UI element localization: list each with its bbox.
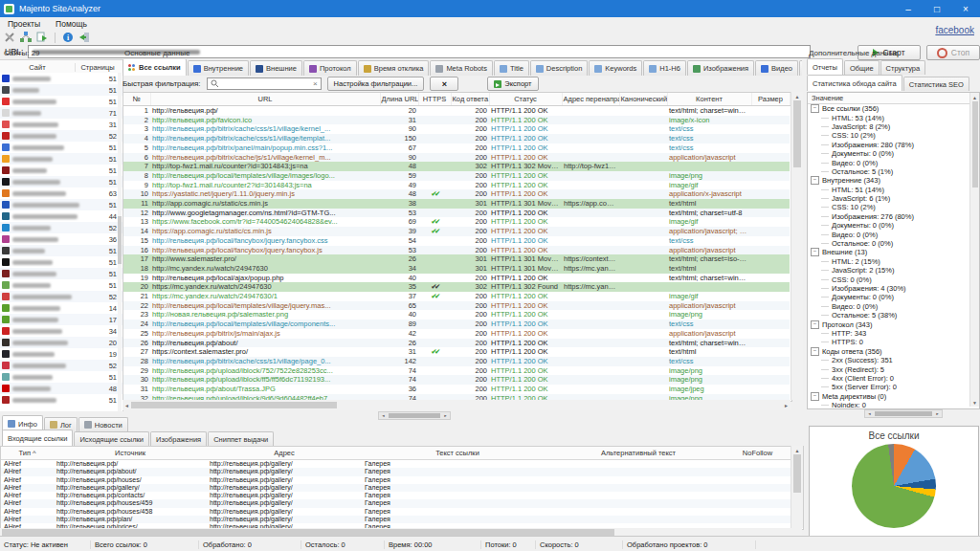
tree-node[interactable]: Остальное: 5 (38%) — [808, 311, 979, 320]
column-header[interactable]: Статус — [489, 93, 562, 106]
column-header[interactable]: Код ответа — [451, 93, 489, 106]
site-row[interactable]: 51 — [0, 84, 122, 96]
links-table-row[interactable]: 23http://новая.гельвеция.рф/salemaster.p… — [123, 310, 790, 320]
tree-node[interactable]: HTML: 53 (14%) — [808, 113, 979, 121]
links-table-row[interactable]: 14https://app.comagic.ru/static/cs.min.j… — [123, 227, 790, 236]
tree-node[interactable]: −Протокол (343) — [808, 320, 979, 328]
sites-col-pages[interactable]: Страницы — [75, 63, 120, 72]
column-header[interactable]: Тип ^ — [1, 447, 54, 460]
tree-node[interactable]: −Внешние (13) — [808, 248, 979, 256]
tree-node[interactable]: Noindex: 0 — [808, 401, 979, 409]
tab-Общие[interactable]: Общие — [844, 60, 880, 75]
tree-node[interactable]: Изображения: 276 (80%) — [808, 212, 979, 221]
close-button[interactable]: × — [951, 0, 980, 17]
site-row[interactable]: 20 — [0, 337, 122, 348]
tab-Отчеты[interactable]: Отчеты — [807, 58, 843, 75]
links-table-row[interactable]: 24http://гельвеция.рф/local/templates/vi… — [123, 320, 790, 329]
inbound-link-row[interactable]: AHrefhttp://гельвеция.рф/about/http://ге… — [1, 468, 791, 475]
links-table-row[interactable]: 15http://гельвеция.рф/local/fancybox/jqu… — [123, 236, 790, 246]
tree-node[interactable]: HTTPS: 0 — [808, 338, 979, 346]
site-row[interactable]: 14 — [0, 302, 122, 314]
links-table-row[interactable]: 7http://top-fwz1.mail.ru/counter?id=3014… — [123, 162, 790, 171]
inbound-vscrollbar[interactable]: ▲ — [791, 446, 803, 528]
site-row[interactable]: 51 — [0, 142, 122, 153]
tab-Title[interactable]: Title — [494, 60, 529, 76]
site-row[interactable]: 44 — [0, 210, 122, 222]
tree-node[interactable]: JavaScript: 2 (15%) — [808, 266, 979, 275]
tree-node[interactable]: Документы: 0 (0%) — [808, 149, 979, 158]
links-table-row[interactable]: 16http://гельвеция.рф/local/fancybox/jqu… — [123, 246, 790, 255]
site-row[interactable]: 51 — [0, 73, 122, 84]
site-row[interactable]: 51 — [0, 394, 122, 406]
site-row[interactable]: 51 — [0, 199, 122, 210]
site-row[interactable]: 34 — [0, 325, 122, 337]
inbound-link-row[interactable]: AHrefhttp://гельвеция.рф/houses/459http:… — [1, 499, 791, 507]
links-table-row[interactable]: 26http://гельвеция.рф/about/26200HTTP/1.… — [123, 339, 790, 348]
tree-node[interactable]: Остальное: 0 (0%) — [808, 239, 979, 248]
column-header[interactable]: HTTPS — [418, 93, 451, 106]
tree-node[interactable]: −Все ссылки (356) — [808, 104, 979, 113]
inbound-link-row[interactable]: AHrefhttp://гельвеция.рф/gallery/http://… — [1, 484, 791, 492]
filter-settings-button[interactable]: Настройка фильтрации... — [327, 77, 425, 91]
column-header[interactable]: NoFollow — [724, 447, 791, 460]
links-table-row[interactable]: 27https://context.salemaster.pro/31✔✔200… — [123, 347, 790, 357]
minimize-button[interactable]: – — [894, 0, 923, 17]
column-header[interactable]: URL — [150, 93, 380, 106]
site-row[interactable]: 52 — [0, 360, 122, 371]
links-table-row[interactable]: 19http://гельвеция.рф/local/ajax/popup.p… — [123, 274, 790, 283]
sites-scrollbar[interactable] — [118, 73, 122, 411]
links-table-row[interactable]: 13https://www.facebook.com/tr?id=7440054… — [123, 217, 790, 227]
column-header[interactable]: Контент — [667, 93, 751, 106]
tree-node[interactable]: Видео: 0 (0%) — [808, 302, 979, 311]
links-table-row[interactable]: 5http://гельвеция.рф/bitrix/panel/main/p… — [123, 143, 790, 153]
tree-node[interactable]: −Meta директивы (0) — [808, 392, 979, 401]
tab-Статистика обхода сайта[interactable]: Статистика обхода сайта — [807, 75, 902, 91]
tab-H1-H6[interactable]: H1-H6 — [643, 60, 686, 76]
column-header[interactable]: Размер — [751, 93, 790, 106]
links-vscrollbar[interactable]: ▲ — [791, 92, 803, 400]
tree-node[interactable]: HTTP: 343 — [808, 329, 979, 338]
links-table-row[interactable]: 12http://www.googletagmanager.com/ns.htm… — [123, 209, 790, 218]
links-table-row[interactable]: 6http://гельвеция.рф/bitrix/cache/js/s1/… — [123, 153, 790, 163]
tab-Meta Robots[interactable]: Meta Robots — [430, 60, 493, 76]
column-header[interactable]: Длина URL — [380, 93, 418, 106]
column-header[interactable]: Адрес — [207, 447, 362, 460]
links-table-row[interactable]: 20https://mc.yandex.ru/watch/2494763035✔… — [123, 282, 790, 292]
collapse-icon[interactable]: − — [811, 392, 819, 401]
sites-col-site[interactable]: Сайт — [0, 63, 75, 72]
column-header[interactable]: Канонический URL — [619, 93, 667, 106]
links-table-row[interactable]: 21https://mc.yandex.ru/watch/24947630/13… — [123, 292, 790, 301]
links-hscrollbar[interactable]: ◄► — [122, 400, 791, 410]
tab-Входящие ссылки[interactable]: Входящие ссылки — [2, 430, 73, 446]
tab-Исходящие ссылки[interactable]: Исходящие ссылки — [74, 431, 149, 446]
tab-Структура[interactable]: Структура — [880, 60, 926, 75]
links-table-row[interactable]: 31http://гельвеция.рф/about/Trassa.JPG36… — [123, 385, 790, 394]
inbound-link-row[interactable]: AHrefhttp://гельвеция.рф/contacts/http:/… — [1, 492, 791, 499]
tree-node[interactable]: JavaScript: 8 (2%) — [808, 122, 979, 131]
tree-node[interactable]: −Коды ответа (356) — [808, 347, 979, 356]
tab-Изображения[interactable]: Изображения — [150, 431, 207, 446]
collapse-icon[interactable]: − — [811, 320, 819, 329]
tree-vscrollbar[interactable]: ▲▼ — [969, 93, 979, 407]
tree-node[interactable]: −Внутренние (343) — [808, 176, 979, 185]
links-table-row[interactable]: 2http://гельвеция.рф/favicon.ico31200HTT… — [123, 116, 790, 125]
column-header[interactable]: Текст ссылки — [362, 447, 553, 460]
maximize-button[interactable]: □ — [923, 0, 951, 17]
tab-Видео[interactable]: Видео — [755, 60, 798, 76]
tab-Description[interactable]: Description — [530, 60, 589, 76]
tree-node[interactable]: HTML: 51 (14%) — [808, 186, 979, 194]
site-row[interactable]: 51 — [0, 268, 122, 279]
tree-node[interactable]: Документы: 0 (0%) — [808, 221, 979, 230]
inbound-link-row[interactable]: AHrefhttp://гельвеция.рф/http://гельвеци… — [1, 460, 791, 469]
links-table-row[interactable]: 29http://гельвеция.рф/upload/iblock/752/… — [123, 366, 790, 376]
tree-node[interactable]: Остальное: 5 (1%) — [808, 167, 979, 176]
tree-node[interactable]: Изображения: 4 (30%) — [808, 284, 979, 293]
links-table-row[interactable]: 11http://app.comagic.ru/static/cs.min.js… — [123, 199, 790, 209]
tab-Внутренние[interactable]: Внутренние — [188, 60, 249, 76]
links-table-row[interactable]: 9http://top-fwz1.mail.ru/counter2?id=301… — [123, 181, 790, 190]
export-icon[interactable] — [36, 32, 48, 43]
site-row[interactable]: 51 — [0, 245, 122, 256]
tree-node[interactable]: HTML: 2 (15%) — [808, 257, 979, 266]
collapse-icon[interactable]: − — [811, 248, 819, 256]
inbound-link-row[interactable]: AHrefhttp://гельвеция.рф/houses/458http:… — [1, 508, 791, 516]
